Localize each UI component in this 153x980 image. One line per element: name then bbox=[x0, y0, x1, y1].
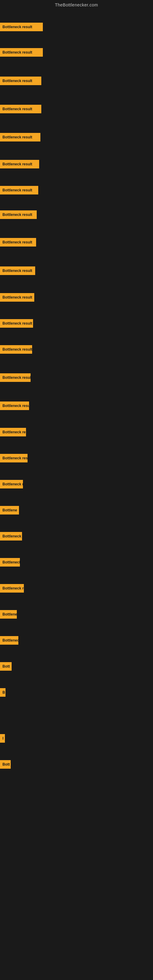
bottleneck-badge: Bottleneck result bbox=[0, 160, 39, 169]
bottleneck-badge: Bottlene bbox=[0, 506, 19, 514]
bottleneck-badge: Bottleneck result bbox=[0, 266, 35, 275]
bottleneck-item[interactable]: Bottleneck result bbox=[0, 453, 27, 464]
bottleneck-badge: Bottleneck result bbox=[0, 210, 37, 219]
bottleneck-badge: Bottleneck result bbox=[0, 293, 34, 302]
bottleneck-item[interactable]: Bottleneck result bbox=[0, 21, 43, 32]
bottleneck-badge: Bott bbox=[0, 662, 12, 671]
bottleneck-item[interactable]: Bott bbox=[0, 661, 12, 672]
bottleneck-badge: Bottleneck result bbox=[0, 186, 38, 194]
site-title: TheBottlenecker.com bbox=[0, 0, 153, 9]
bottleneck-badge: Bottleneck result bbox=[0, 345, 32, 354]
bottleneck-item[interactable]: Bottleneck result bbox=[0, 344, 32, 355]
bottleneck-item[interactable]: Bottleneck result bbox=[0, 185, 38, 196]
bottleneck-badge: B bbox=[0, 688, 5, 697]
bottleneck-badge: Bott bbox=[0, 760, 11, 769]
bottleneck-badge: Bottleneck re bbox=[0, 584, 24, 593]
bottleneck-item[interactable]: Bottleneck result bbox=[0, 75, 41, 86]
bottleneck-badge: Bottleneck result bbox=[0, 373, 30, 382]
bottleneck-badge: Bottleneck bbox=[0, 558, 20, 566]
bottleneck-badge: I bbox=[0, 734, 5, 743]
bottleneck-badge: Bottleneck re bbox=[0, 428, 26, 436]
bottleneck-badge: Bottleneck result bbox=[0, 319, 33, 328]
bottleneck-item[interactable]: Bottlene bbox=[0, 609, 17, 620]
bottleneck-item[interactable]: Bottleneck re bbox=[0, 583, 24, 594]
bottleneck-badge: Bottleneck result bbox=[0, 48, 43, 57]
bottleneck-item[interactable]: Bottleneck result bbox=[0, 400, 29, 411]
bottleneck-badge: Bottleneck result bbox=[0, 133, 40, 142]
bottleneck-item[interactable]: B bbox=[0, 687, 5, 698]
bottleneck-item[interactable]: Bottleneck re bbox=[0, 426, 26, 438]
bottleneck-badge: Bottleneck r bbox=[0, 480, 23, 488]
bottleneck-item[interactable]: Bottleneck result bbox=[0, 265, 35, 276]
bottleneck-item[interactable]: I bbox=[0, 733, 5, 744]
bottleneck-item[interactable]: Bottleneck bbox=[0, 557, 20, 568]
bottleneck-badge: Bottleneck n bbox=[0, 532, 22, 541]
bottleneck-item[interactable]: Bottleneck result bbox=[0, 318, 33, 329]
bottleneck-item[interactable]: Bottleneck result bbox=[0, 47, 43, 58]
bottleneck-badge: Bottleneck result bbox=[0, 76, 41, 85]
bottleneck-badge: Bottleneck bbox=[0, 636, 18, 645]
bottleneck-item[interactable]: Bott bbox=[0, 759, 11, 770]
bottleneck-item[interactable]: Bottleneck bbox=[0, 635, 18, 646]
bottleneck-item[interactable]: Bottleneck result bbox=[0, 159, 39, 170]
bottleneck-item[interactable]: Bottleneck result bbox=[0, 132, 40, 143]
bottleneck-badge: Bottleneck result bbox=[0, 23, 43, 31]
bottleneck-item[interactable]: Bottleneck n bbox=[0, 531, 22, 542]
bottleneck-badge: Bottleneck result bbox=[0, 105, 41, 113]
bottleneck-item[interactable]: Bottleneck result bbox=[0, 209, 37, 220]
bottleneck-badge: Bottlene bbox=[0, 610, 17, 619]
bottleneck-item[interactable]: Bottleneck result bbox=[0, 372, 30, 383]
bottleneck-badge: Bottleneck result bbox=[0, 238, 36, 247]
bottleneck-item[interactable]: Bottleneck r bbox=[0, 479, 23, 490]
bottleneck-item[interactable]: Bottlene bbox=[0, 505, 19, 516]
bottleneck-item[interactable]: Bottleneck result bbox=[0, 103, 41, 115]
bottleneck-badge: Bottleneck result bbox=[0, 454, 27, 463]
bottleneck-badge: Bottleneck result bbox=[0, 401, 29, 410]
bottleneck-item[interactable]: Bottleneck result bbox=[0, 292, 34, 303]
bottleneck-item[interactable]: Bottleneck result bbox=[0, 237, 36, 248]
